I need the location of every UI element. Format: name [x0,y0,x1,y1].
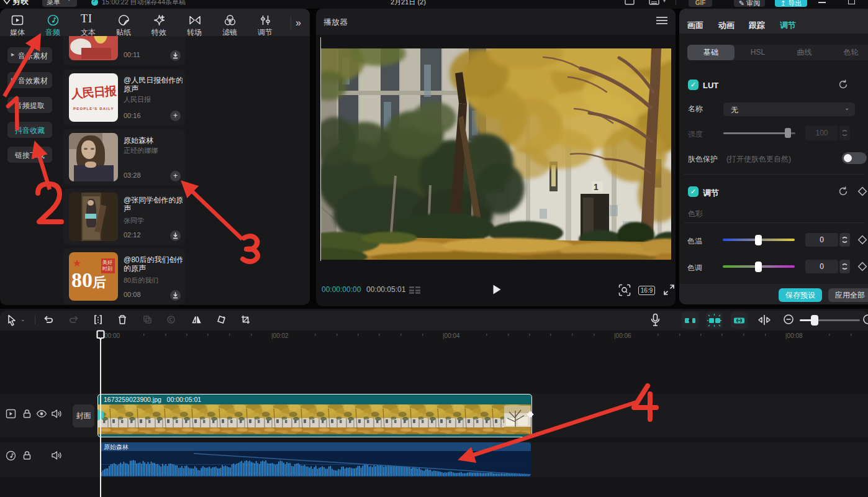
svg-text:00:00: 00:00 [104,332,120,339]
svg-text:|00:04: |00:04 [443,332,460,339]
svg-text:|00:02: |00:02 [271,332,289,339]
svg-text:|00:08: |00:08 [785,332,803,339]
svg-text:|00:06: |00:06 [614,332,631,339]
